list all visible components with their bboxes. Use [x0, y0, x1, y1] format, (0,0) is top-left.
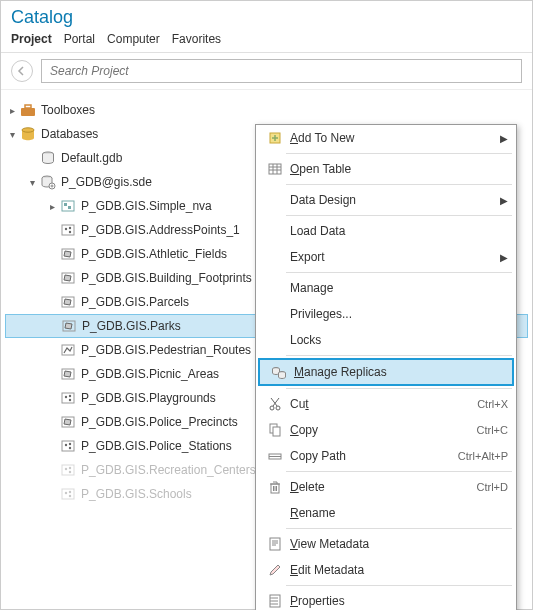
menu-item[interactable]: Add To New▶	[256, 125, 516, 151]
svg-point-35	[69, 495, 71, 497]
tree-node-label: Default.gdb	[61, 151, 122, 165]
menu-item[interactable]: Copy PathCtrl+Alt+P	[256, 443, 516, 469]
tab-bar: Project Portal Computer Favorites	[1, 30, 532, 53]
dataset-icon	[59, 197, 77, 215]
back-arrow-icon	[16, 65, 28, 77]
submenu-arrow-icon: ▶	[498, 252, 508, 263]
menu-separator	[286, 585, 512, 586]
gdb-icon	[39, 149, 57, 167]
expand-caret-icon	[45, 345, 59, 356]
menu-item[interactable]: Load Data	[256, 218, 516, 244]
svg-point-36	[69, 491, 71, 493]
point-fc-icon	[59, 485, 77, 503]
expand-caret-icon[interactable]: ▾	[25, 177, 39, 188]
expand-caret-icon[interactable]: ▾	[5, 129, 19, 140]
svg-point-26	[65, 444, 67, 446]
add-map-icon	[264, 130, 286, 146]
toolbox-icon	[19, 101, 37, 119]
menu-item[interactable]: CutCtrl+X	[256, 391, 516, 417]
menu-item[interactable]: Properties	[256, 588, 516, 610]
expand-caret-icon	[45, 297, 59, 308]
svg-rect-10	[62, 225, 74, 235]
edit-icon	[264, 562, 286, 578]
cut-icon	[264, 396, 286, 412]
svg-rect-18	[62, 345, 74, 355]
menu-item[interactable]: CopyCtrl+C	[256, 417, 516, 443]
menu-item[interactable]: DeleteCtrl+D	[256, 474, 516, 500]
svg-point-23	[69, 395, 71, 397]
tab-computer[interactable]: Computer	[107, 32, 160, 46]
props-icon	[264, 593, 286, 609]
tree-node-label: P_GDB.GIS.Athletic_Fields	[81, 247, 227, 261]
menu-item[interactable]: View Metadata	[256, 531, 516, 557]
tree-node-label: Toolboxes	[41, 103, 95, 117]
expand-caret-icon	[45, 273, 59, 284]
tree-node-label: P_GDB.GIS.Simple_nva	[81, 199, 212, 213]
svg-rect-25	[62, 441, 74, 451]
menu-separator	[286, 272, 512, 273]
search-input[interactable]	[41, 59, 522, 83]
svg-point-31	[69, 471, 71, 473]
polygon-fc-icon	[59, 413, 77, 431]
menu-item-label: Export	[286, 250, 498, 264]
expand-caret-icon	[45, 393, 59, 404]
point-fc-icon	[59, 437, 77, 455]
svg-point-27	[69, 447, 71, 449]
tab-project[interactable]: Project	[11, 32, 52, 46]
tab-favorites[interactable]: Favorites	[172, 32, 221, 46]
expand-caret-icon	[45, 249, 59, 260]
view-meta-icon	[264, 536, 286, 552]
panel-title: Catalog	[1, 1, 532, 30]
svg-point-21	[65, 396, 67, 398]
tree-node[interactable]: ▸Toolboxes	[5, 98, 528, 122]
expand-caret-icon[interactable]: ▸	[5, 105, 19, 116]
menu-item-label: Privileges...	[286, 307, 508, 321]
svg-point-12	[69, 231, 71, 233]
delete-icon	[264, 479, 286, 495]
point-fc-icon	[59, 221, 77, 239]
tree-node-label: P_GDB.GIS.Recreation_Centers	[81, 463, 256, 477]
menu-item-label: Cut	[286, 397, 477, 411]
menu-item[interactable]: Export▶	[256, 244, 516, 270]
svg-point-34	[65, 492, 67, 494]
svg-rect-9	[68, 206, 71, 209]
menu-item[interactable]: Locks	[256, 327, 516, 353]
menu-hotkey: Ctrl+D	[477, 481, 508, 493]
expand-caret-icon	[45, 441, 59, 452]
polygon-fc-icon	[60, 317, 78, 335]
expand-caret-icon	[45, 465, 59, 476]
expand-caret-icon[interactable]: ▸	[45, 201, 59, 212]
menu-item-label: Manage Replicas	[290, 365, 504, 379]
svg-rect-44	[273, 427, 280, 436]
menu-item[interactable]: Data Design▶	[256, 187, 516, 213]
database-icon	[19, 125, 37, 143]
menu-item-label: Add To New	[286, 131, 498, 145]
menu-item[interactable]: Open Table	[256, 156, 516, 182]
svg-point-32	[69, 467, 71, 469]
tree-node-label: P_GDB@gis.sde	[61, 175, 152, 189]
point-fc-icon	[59, 389, 77, 407]
menu-item[interactable]: Rename	[256, 500, 516, 526]
back-button[interactable]	[11, 60, 33, 82]
menu-hotkey: Ctrl+C	[477, 424, 508, 436]
menu-item[interactable]: Edit Metadata	[256, 557, 516, 583]
tab-portal[interactable]: Portal	[64, 32, 95, 46]
menu-item-label: Copy Path	[286, 449, 458, 463]
polygon-fc-icon	[59, 245, 77, 263]
menu-item[interactable]: Manage Replicas	[258, 358, 514, 386]
menu-item-label: Data Design	[286, 193, 498, 207]
tree-node-label: P_GDB.GIS.Police_Precincts	[81, 415, 238, 429]
svg-rect-33	[62, 489, 74, 499]
menu-item-label: Properties	[286, 594, 508, 608]
svg-point-30	[65, 468, 67, 470]
svg-point-11	[65, 228, 67, 230]
menu-item[interactable]: Manage	[256, 275, 516, 301]
svg-point-41	[270, 406, 274, 410]
polygon-fc-icon	[59, 293, 77, 311]
replicas-icon	[268, 364, 290, 380]
menu-item[interactable]: Privileges...	[256, 301, 516, 327]
menu-item-label: Rename	[286, 506, 508, 520]
menu-item-label: Copy	[286, 423, 477, 437]
menu-item-label: View Metadata	[286, 537, 508, 551]
expand-caret-icon	[45, 225, 59, 236]
